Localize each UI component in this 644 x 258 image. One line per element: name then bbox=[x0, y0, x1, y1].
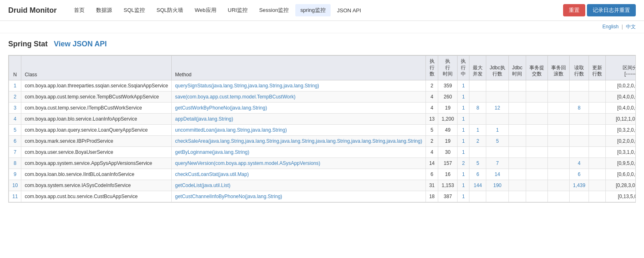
cell-jdbc-exec bbox=[486, 91, 508, 102]
cell-jdbc-exec: 7 bbox=[486, 158, 508, 169]
table-row: 10com.boya.system.service.IASysCodeInfoS… bbox=[9, 180, 636, 191]
cell-jdbc-exec: 5 bbox=[486, 135, 508, 146]
cell-exec-ing: 1 bbox=[458, 169, 469, 180]
cell-update-rows bbox=[589, 102, 606, 113]
col-header-jdbc-time: Jdbc时间 bbox=[508, 56, 526, 80]
cell-exec-count: 31 bbox=[426, 180, 438, 191]
cell-trans-commit bbox=[526, 135, 548, 146]
cell-interval-dist: [0,28,3,0,0,0,0] bbox=[606, 180, 636, 191]
cell-n[interactable]: 1 bbox=[9, 80, 21, 91]
nav-web-app[interactable]: Web应用 bbox=[190, 4, 221, 16]
cell-jdbc-time bbox=[508, 158, 526, 169]
reset-button[interactable]: 重置 bbox=[563, 4, 585, 16]
cell-exec-ing: 1 bbox=[458, 146, 469, 158]
cell-trans-rollback bbox=[548, 113, 570, 124]
table-body: 1com.boya.app.loan.threeparties.ssqian.s… bbox=[9, 80, 636, 202]
cell-n[interactable]: 10 bbox=[9, 180, 21, 191]
table-row: 5com.boya.app.loan.query.service.LoanQue… bbox=[9, 124, 636, 135]
cell-update-rows bbox=[589, 146, 606, 158]
col-header-exec-count: 执行数 bbox=[426, 56, 438, 80]
cell-method[interactable]: appDetail(java.lang.String) bbox=[172, 113, 426, 124]
cell-exec-time: 16 bbox=[438, 169, 458, 180]
cell-trans-commit bbox=[526, 191, 548, 202]
cell-jdbc-exec: 1 bbox=[486, 124, 508, 135]
cell-update-rows bbox=[589, 180, 606, 191]
cell-exec-count: 6 bbox=[426, 169, 438, 180]
cell-method[interactable]: queryNewVersion(com.boya.app.system.mode… bbox=[172, 158, 426, 169]
cell-max-concurrent: 8 bbox=[469, 102, 486, 113]
cell-class: com.boya.mark.service.IBPrProdService bbox=[21, 135, 172, 146]
cell-jdbc-time bbox=[508, 135, 526, 146]
cell-jdbc-exec bbox=[486, 146, 508, 158]
cell-interval-dist: [0,0,2,0,0,0,0] bbox=[606, 80, 636, 91]
cell-method[interactable]: querySignStatus(java.lang.String,java.la… bbox=[172, 80, 426, 91]
cell-class: com.boya.app.loan.blo.service.LoanInfoAp… bbox=[21, 113, 172, 124]
cell-jdbc-time bbox=[508, 191, 526, 202]
cell-trans-rollback bbox=[548, 102, 570, 113]
col-header-trans-rollback: 事务回滚数 bbox=[548, 56, 570, 80]
cell-trans-commit bbox=[526, 124, 548, 135]
cell-method[interactable]: getCustWorkByPhoneNo(java.lang.String) bbox=[172, 102, 426, 113]
nav-json-api[interactable]: JSON API bbox=[332, 5, 366, 16]
cell-n[interactable]: 2 bbox=[9, 91, 21, 102]
cell-method[interactable]: save(com.boya.app.cust.temp.model.TempBC… bbox=[172, 91, 426, 102]
nav-datasource[interactable]: 数据源 bbox=[91, 4, 117, 16]
cell-class: com.boya.app.cust.temp.service.TempBCust… bbox=[21, 91, 172, 102]
cell-exec-ing: 1 bbox=[458, 135, 469, 146]
cell-n[interactable]: 11 bbox=[9, 191, 21, 202]
cell-jdbc-time bbox=[508, 102, 526, 113]
cell-exec-ing: 1 bbox=[458, 191, 469, 202]
chinese-link[interactable]: 中文 bbox=[626, 24, 636, 30]
language-switcher: English | 中文 bbox=[0, 21, 644, 33]
cell-read-rows: 6 bbox=[570, 169, 589, 180]
cell-max-concurrent: 5 bbox=[469, 158, 486, 169]
cell-n[interactable]: 3 bbox=[9, 102, 21, 113]
english-link[interactable]: English bbox=[603, 24, 619, 30]
log-reset-button[interactable]: 记录日志并重置 bbox=[587, 4, 636, 16]
cell-max-concurrent bbox=[469, 91, 486, 102]
app-title: Druid Monitor bbox=[8, 6, 57, 15]
heading-blue[interactable]: View JSON API bbox=[54, 40, 107, 48]
cell-trans-commit bbox=[526, 146, 548, 158]
cell-interval-dist: [0,4,0,0,0,0,0] bbox=[606, 91, 636, 102]
nav-spring-monitor[interactable]: spring监控 bbox=[295, 4, 330, 16]
table-row: 2com.boya.app.cust.temp.service.TempBCus… bbox=[9, 91, 636, 102]
cell-update-rows bbox=[589, 124, 606, 135]
cell-method[interactable]: uncommittedLoan(java.lang.String,java.la… bbox=[172, 124, 426, 135]
cell-jdbc-time bbox=[508, 113, 526, 124]
cell-trans-rollback bbox=[548, 91, 570, 102]
cell-max-concurrent: 1 bbox=[469, 124, 486, 135]
nav-session-monitor[interactable]: Session监控 bbox=[254, 4, 294, 16]
cell-n[interactable]: 6 bbox=[9, 135, 21, 146]
cell-read-rows: 4 bbox=[570, 158, 589, 169]
cell-trans-commit bbox=[526, 80, 548, 91]
heading-black: Spring Stat bbox=[8, 40, 48, 48]
cell-method[interactable]: getByLoginname(java.lang.String) bbox=[172, 146, 426, 158]
nav-home[interactable]: 首页 bbox=[69, 4, 90, 16]
cell-exec-ing: 1 bbox=[458, 113, 469, 124]
cell-method[interactable]: getCodeList(java.util.List) bbox=[172, 180, 426, 191]
cell-n[interactable]: 8 bbox=[9, 158, 21, 169]
cell-jdbc-time bbox=[508, 146, 526, 158]
cell-update-rows bbox=[589, 169, 606, 180]
cell-n[interactable]: 9 bbox=[9, 169, 21, 180]
nav-sql-firewall[interactable]: SQL防火墙 bbox=[152, 4, 188, 16]
cell-n[interactable]: 7 bbox=[9, 146, 21, 158]
col-header-read-rows: 读取行数 bbox=[570, 56, 589, 80]
cell-exec-count: 5 bbox=[426, 124, 438, 135]
cell-n[interactable]: 4 bbox=[9, 113, 21, 124]
cell-update-rows bbox=[589, 80, 606, 91]
cell-method[interactable]: getCustChannelInfoByPhoneNo(java.lang.St… bbox=[172, 191, 426, 202]
spring-stat-table: N Class Method 执行数 执行时间 执行中 最大并发 Jdbc执行数… bbox=[9, 55, 636, 202]
cell-method[interactable]: checkSaleArea(java.lang.String,java.lang… bbox=[172, 135, 426, 146]
col-header-exec-ing: 执行中 bbox=[458, 56, 469, 80]
nav-sql-monitor[interactable]: SQL监控 bbox=[119, 4, 150, 16]
cell-max-concurrent: 2 bbox=[469, 135, 486, 146]
cell-method[interactable]: checkCustLoanStat(java.util.Map) bbox=[172, 169, 426, 180]
cell-exec-count: 18 bbox=[426, 191, 438, 202]
cell-n[interactable]: 5 bbox=[9, 124, 21, 135]
cell-jdbc-time bbox=[508, 169, 526, 180]
cell-trans-rollback bbox=[548, 135, 570, 146]
col-header-trans-commit: 事务提交数 bbox=[526, 56, 548, 80]
nav-uri-monitor[interactable]: URI监控 bbox=[223, 4, 253, 16]
